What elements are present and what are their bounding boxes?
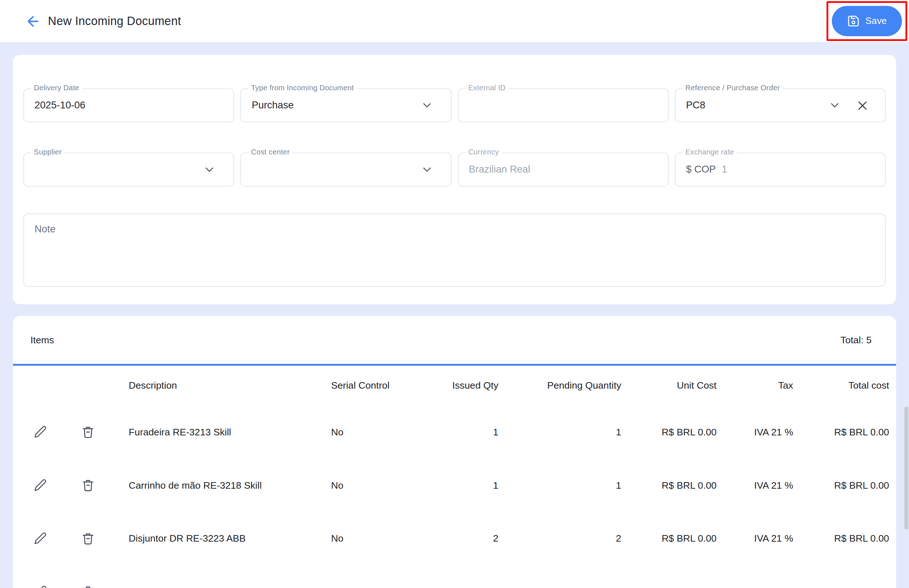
col-unit-cost: Unit Cost — [621, 380, 717, 391]
edit-item-button[interactable] — [34, 478, 47, 491]
chevron-down-icon — [420, 163, 433, 176]
edit-item-button[interactable] — [34, 585, 47, 588]
delete-item-button[interactable] — [81, 425, 95, 438]
col-description: Description — [116, 380, 331, 391]
reference-value: PC8 — [686, 99, 705, 111]
header: New Incoming Document Save — [0, 0, 909, 42]
item-total-cost: R$ BRL 0.00 — [793, 586, 889, 588]
edit-item-button[interactable] — [34, 532, 47, 545]
item-pending-qty: 1 — [498, 426, 621, 438]
pencil-icon — [34, 425, 47, 438]
item-total-cost: R$ BRL 0.00 — [793, 426, 889, 438]
trash-icon — [81, 531, 95, 545]
trash-icon — [81, 425, 95, 438]
table-row: Disjuntor motor RE-3220 ABB No 2 2 R$ BR… — [13, 565, 896, 588]
item-pending-qty: 2 — [498, 533, 621, 544]
document-form-card: Delivery Date 2025-10-06 Type from Incom… — [13, 55, 896, 305]
pencil-icon — [34, 585, 47, 588]
item-tax: IVA 21 % — [717, 480, 793, 491]
trash-icon — [81, 478, 95, 491]
reference-label: Reference / Purchase Order — [683, 84, 783, 92]
item-serial-control: No — [331, 426, 434, 438]
save-button[interactable]: Save — [832, 6, 902, 36]
delete-item-button[interactable] — [81, 478, 95, 491]
item-tax: IVA 21 % — [717, 586, 793, 588]
items-section-title: Items — [31, 334, 54, 346]
cost-center-label: Cost center — [248, 148, 293, 156]
cost-center-field[interactable]: Cost center — [241, 153, 451, 187]
items-table-header: Description Serial Control Issued Qty Pe… — [13, 365, 896, 405]
currency-placeholder: Brazilian Real — [469, 164, 530, 176]
save-highlight-box: Save — [827, 1, 907, 41]
item-issued-qty: 1 — [434, 480, 499, 491]
item-description: Disjuntor DR RE-3223 ABB — [116, 533, 331, 544]
item-unit-cost: R$ BRL 0.00 — [621, 480, 717, 491]
close-icon — [856, 99, 869, 111]
item-serial-control: No — [331, 533, 434, 544]
edit-item-button[interactable] — [34, 425, 47, 438]
item-serial-control: No — [331, 586, 434, 588]
item-tax: IVA 21 % — [717, 533, 793, 544]
item-unit-cost: R$ BRL 0.00 — [621, 426, 717, 438]
save-icon — [847, 15, 860, 27]
item-unit-cost: R$ BRL 0.00 — [621, 586, 717, 588]
note-placeholder: Note — [34, 224, 55, 235]
item-pending-qty: 1 — [498, 480, 621, 491]
exchange-rate-label: Exchange rate — [683, 148, 737, 156]
item-unit-cost: R$ BRL 0.00 — [621, 533, 717, 544]
col-issued-qty: Issued Qty — [434, 380, 499, 391]
item-issued-qty: 2 — [434, 533, 499, 544]
item-issued-qty: 1 — [434, 426, 499, 438]
page-title: New Incoming Document — [48, 15, 181, 28]
delete-item-button[interactable] — [81, 585, 95, 588]
external-id-label: External ID — [465, 84, 509, 92]
col-total-cost: Total cost — [793, 380, 889, 391]
col-serial-control: Serial Control — [331, 380, 434, 391]
back-button[interactable] — [21, 10, 45, 33]
item-pending-qty: 2 — [498, 586, 621, 588]
arrow-left-icon — [25, 13, 41, 29]
item-serial-control: No — [331, 480, 434, 491]
delivery-date-label: Delivery Date — [31, 84, 82, 92]
currency-label: Currency — [465, 148, 502, 156]
delete-item-button[interactable] — [81, 531, 95, 545]
save-button-label: Save — [865, 16, 887, 26]
items-card: Items Total: 5 Description Serial Contro… — [13, 316, 896, 588]
note-input[interactable]: Note — [24, 213, 886, 287]
item-total-cost: R$ BRL 0.00 — [793, 480, 889, 491]
item-description: Furadeira RE-3213 Skill — [116, 426, 331, 438]
items-total-count: Total: 5 — [841, 334, 872, 346]
supplier-label: Supplier — [31, 148, 65, 156]
pencil-icon — [34, 478, 47, 491]
chevron-down-icon[interactable] — [828, 99, 841, 112]
chevron-down-icon — [420, 99, 433, 112]
pencil-icon — [34, 532, 47, 545]
delivery-date-value: 2025-10-06 — [34, 99, 85, 111]
supplier-field[interactable]: Supplier — [24, 153, 234, 187]
vertical-scrollbar[interactable] — [904, 407, 908, 530]
delivery-date-field[interactable]: Delivery Date 2025-10-06 — [24, 89, 234, 123]
trash-icon — [81, 585, 95, 588]
col-tax: Tax — [717, 380, 793, 391]
chevron-down-icon — [203, 163, 216, 176]
exchange-rate-field[interactable]: Exchange rate $ COP 1 — [675, 153, 885, 187]
exchange-rate-prefix: $ COP — [686, 164, 716, 176]
external-id-field[interactable]: External ID — [458, 89, 668, 123]
reference-field[interactable]: Reference / Purchase Order PC8 — [675, 89, 885, 123]
clear-reference-button[interactable] — [856, 99, 869, 111]
item-tax: IVA 21 % — [717, 426, 793, 438]
currency-field[interactable]: Currency Brazilian Real — [458, 153, 668, 187]
table-row: Furadeira RE-3213 Skill No 1 1 R$ BRL 0.… — [13, 405, 896, 459]
col-pending-quantity: Pending Quantity — [498, 380, 621, 391]
table-row: Disjuntor DR RE-3223 ABB No 2 2 R$ BRL 0… — [13, 512, 896, 565]
item-total-cost: R$ BRL 0.00 — [793, 533, 889, 544]
exchange-rate-value: 1 — [722, 164, 727, 176]
table-row: Carrinho de mão RE-3218 Skill No 1 1 R$ … — [13, 458, 896, 512]
item-description: Disjuntor motor RE-3220 ABB — [116, 586, 331, 588]
doc-type-label: Type from Incoming Document — [248, 84, 357, 92]
doc-type-value: Purchase — [252, 99, 294, 111]
doc-type-field[interactable]: Type from Incoming Document Purchase — [241, 89, 451, 123]
item-issued-qty: 2 — [434, 586, 499, 588]
item-description: Carrinho de mão RE-3218 Skill — [116, 480, 331, 491]
